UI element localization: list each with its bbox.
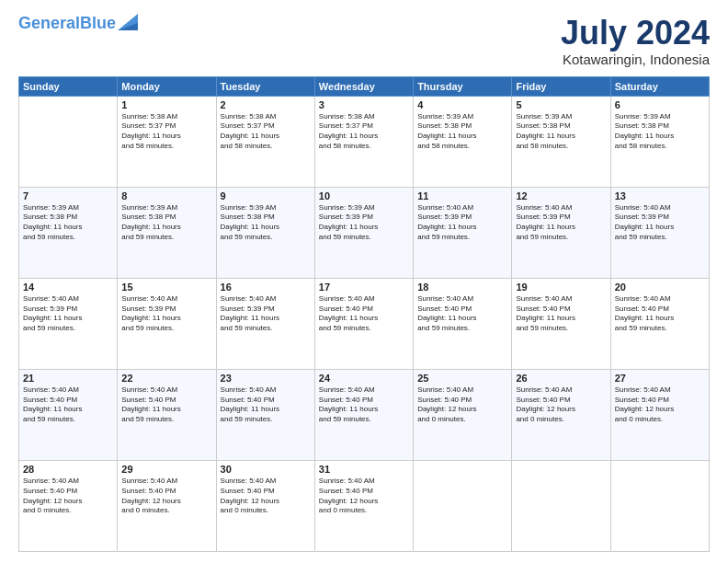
table-row: 13Sunrise: 5:40 AM Sunset: 5:39 PM Dayli…: [610, 187, 709, 278]
day-info: Sunrise: 5:40 AM Sunset: 5:40 PM Dayligh…: [319, 385, 409, 425]
day-number: 31: [319, 464, 409, 475]
table-row: 21Sunrise: 5:40 AM Sunset: 5:40 PM Dayli…: [19, 369, 118, 460]
table-row: 19Sunrise: 5:40 AM Sunset: 5:40 PM Dayli…: [512, 278, 610, 369]
day-info: Sunrise: 5:40 AM Sunset: 5:39 PM Dayligh…: [23, 294, 113, 334]
day-info: Sunrise: 5:40 AM Sunset: 5:39 PM Dayligh…: [615, 203, 705, 243]
day-number: 9: [221, 190, 311, 201]
day-number: 2: [221, 99, 311, 110]
table-row: 10Sunrise: 5:39 AM Sunset: 5:39 PM Dayli…: [314, 187, 413, 278]
day-number: 26: [516, 373, 606, 384]
day-number: 12: [516, 190, 606, 201]
table-row: 14Sunrise: 5:40 AM Sunset: 5:39 PM Dayli…: [19, 278, 118, 369]
calendar-week-row: 7Sunrise: 5:39 AM Sunset: 5:38 PM Daylig…: [19, 187, 710, 278]
day-number: 10: [319, 190, 409, 201]
day-number: 24: [319, 373, 409, 384]
logo: GeneralBlue: [18, 15, 138, 33]
location: Kotawaringin, Indonesia: [561, 52, 710, 67]
table-row: 26Sunrise: 5:40 AM Sunset: 5:40 PM Dayli…: [512, 369, 610, 460]
calendar-week-row: 21Sunrise: 5:40 AM Sunset: 5:40 PM Dayli…: [19, 369, 710, 460]
table-row: 12Sunrise: 5:40 AM Sunset: 5:39 PM Dayli…: [512, 187, 610, 278]
day-info: Sunrise: 5:38 AM Sunset: 5:37 PM Dayligh…: [221, 112, 311, 152]
day-info: Sunrise: 5:40 AM Sunset: 5:39 PM Dayligh…: [516, 203, 606, 243]
col-wednesday: Wednesday: [314, 76, 413, 96]
day-number: 11: [417, 190, 507, 201]
day-info: Sunrise: 5:39 AM Sunset: 5:39 PM Dayligh…: [319, 203, 409, 243]
table-row: 6Sunrise: 5:39 AM Sunset: 5:38 PM Daylig…: [610, 96, 709, 187]
logo-icon: [118, 14, 138, 30]
day-info: Sunrise: 5:40 AM Sunset: 5:40 PM Dayligh…: [23, 385, 113, 425]
day-number: 25: [417, 373, 507, 384]
table-row: 17Sunrise: 5:40 AM Sunset: 5:40 PM Dayli…: [314, 278, 413, 369]
day-info: Sunrise: 5:40 AM Sunset: 5:40 PM Dayligh…: [221, 477, 311, 516]
calendar-week-row: 14Sunrise: 5:40 AM Sunset: 5:39 PM Dayli…: [19, 278, 710, 369]
day-info: Sunrise: 5:39 AM Sunset: 5:38 PM Dayligh…: [221, 203, 311, 243]
day-number: 19: [516, 282, 606, 293]
day-number: 28: [23, 464, 113, 475]
col-friday: Friday: [512, 76, 610, 96]
table-row: 22Sunrise: 5:40 AM Sunset: 5:40 PM Dayli…: [118, 369, 216, 460]
day-info: Sunrise: 5:40 AM Sunset: 5:40 PM Dayligh…: [121, 477, 211, 516]
table-row: 29Sunrise: 5:40 AM Sunset: 5:40 PM Dayli…: [118, 460, 216, 551]
table-row: 23Sunrise: 5:40 AM Sunset: 5:40 PM Dayli…: [216, 369, 314, 460]
day-info: Sunrise: 5:40 AM Sunset: 5:39 PM Dayligh…: [221, 294, 311, 334]
table-row: 25Sunrise: 5:40 AM Sunset: 5:40 PM Dayli…: [414, 369, 512, 460]
col-thursday: Thursday: [414, 76, 512, 96]
day-number: 18: [417, 282, 507, 293]
day-info: Sunrise: 5:40 AM Sunset: 5:40 PM Dayligh…: [516, 385, 606, 425]
day-number: 30: [221, 464, 311, 475]
day-info: Sunrise: 5:40 AM Sunset: 5:40 PM Dayligh…: [417, 294, 507, 334]
col-monday: Monday: [118, 76, 216, 96]
day-info: Sunrise: 5:40 AM Sunset: 5:40 PM Dayligh…: [516, 294, 606, 334]
month-year: July 2024: [561, 15, 710, 52]
day-info: Sunrise: 5:40 AM Sunset: 5:40 PM Dayligh…: [615, 385, 705, 425]
table-row: [610, 460, 709, 551]
table-row: 30Sunrise: 5:40 AM Sunset: 5:40 PM Dayli…: [216, 460, 314, 551]
calendar-table: Sunday Monday Tuesday Wednesday Thursday…: [18, 76, 710, 552]
table-row: 16Sunrise: 5:40 AM Sunset: 5:39 PM Dayli…: [216, 278, 314, 369]
day-info: Sunrise: 5:38 AM Sunset: 5:37 PM Dayligh…: [319, 112, 409, 152]
day-info: Sunrise: 5:39 AM Sunset: 5:38 PM Dayligh…: [121, 203, 211, 243]
day-number: 16: [221, 282, 311, 293]
table-row: 24Sunrise: 5:40 AM Sunset: 5:40 PM Dayli…: [314, 369, 413, 460]
day-number: 22: [121, 373, 211, 384]
day-info: Sunrise: 5:40 AM Sunset: 5:40 PM Dayligh…: [319, 294, 409, 334]
table-row: 11Sunrise: 5:40 AM Sunset: 5:39 PM Dayli…: [414, 187, 512, 278]
table-row: 9Sunrise: 5:39 AM Sunset: 5:38 PM Daylig…: [216, 187, 314, 278]
day-info: Sunrise: 5:39 AM Sunset: 5:38 PM Dayligh…: [516, 112, 606, 152]
day-number: 4: [417, 99, 507, 110]
col-tuesday: Tuesday: [216, 76, 314, 96]
day-number: 15: [121, 282, 211, 293]
table-row: 8Sunrise: 5:39 AM Sunset: 5:38 PM Daylig…: [118, 187, 216, 278]
day-number: 1: [121, 99, 211, 110]
calendar-week-row: 1Sunrise: 5:38 AM Sunset: 5:37 PM Daylig…: [19, 96, 710, 187]
table-row: 15Sunrise: 5:40 AM Sunset: 5:39 PM Dayli…: [118, 278, 216, 369]
day-number: 14: [23, 282, 113, 293]
day-info: Sunrise: 5:39 AM Sunset: 5:38 PM Dayligh…: [615, 112, 705, 152]
table-row: 31Sunrise: 5:40 AM Sunset: 5:40 PM Dayli…: [314, 460, 413, 551]
day-info: Sunrise: 5:40 AM Sunset: 5:39 PM Dayligh…: [121, 294, 211, 334]
table-row: 27Sunrise: 5:40 AM Sunset: 5:40 PM Dayli…: [610, 369, 709, 460]
logo-text: GeneralBlue: [18, 15, 116, 33]
day-number: 17: [319, 282, 409, 293]
table-row: 20Sunrise: 5:40 AM Sunset: 5:40 PM Dayli…: [610, 278, 709, 369]
table-row: [512, 460, 610, 551]
table-row: 18Sunrise: 5:40 AM Sunset: 5:40 PM Dayli…: [414, 278, 512, 369]
day-number: 23: [221, 373, 311, 384]
table-row: 3Sunrise: 5:38 AM Sunset: 5:37 PM Daylig…: [314, 96, 413, 187]
table-row: 7Sunrise: 5:39 AM Sunset: 5:38 PM Daylig…: [19, 187, 118, 278]
day-number: 6: [615, 99, 705, 110]
day-number: 21: [23, 373, 113, 384]
day-info: Sunrise: 5:40 AM Sunset: 5:39 PM Dayligh…: [417, 203, 507, 243]
day-info: Sunrise: 5:40 AM Sunset: 5:40 PM Dayligh…: [615, 294, 705, 334]
header: GeneralBlue July 2024 Kotawaringin, Indo…: [18, 15, 710, 67]
table-row: 1Sunrise: 5:38 AM Sunset: 5:37 PM Daylig…: [118, 96, 216, 187]
table-row: 5Sunrise: 5:39 AM Sunset: 5:38 PM Daylig…: [512, 96, 610, 187]
table-row: [414, 460, 512, 551]
day-number: 29: [121, 464, 211, 475]
day-info: Sunrise: 5:39 AM Sunset: 5:38 PM Dayligh…: [417, 112, 507, 152]
calendar-header-row: Sunday Monday Tuesday Wednesday Thursday…: [19, 76, 710, 96]
day-info: Sunrise: 5:40 AM Sunset: 5:40 PM Dayligh…: [221, 385, 311, 425]
day-number: 20: [615, 282, 705, 293]
day-info: Sunrise: 5:40 AM Sunset: 5:40 PM Dayligh…: [319, 477, 409, 516]
page: GeneralBlue July 2024 Kotawaringin, Indo…: [0, 0, 728, 563]
